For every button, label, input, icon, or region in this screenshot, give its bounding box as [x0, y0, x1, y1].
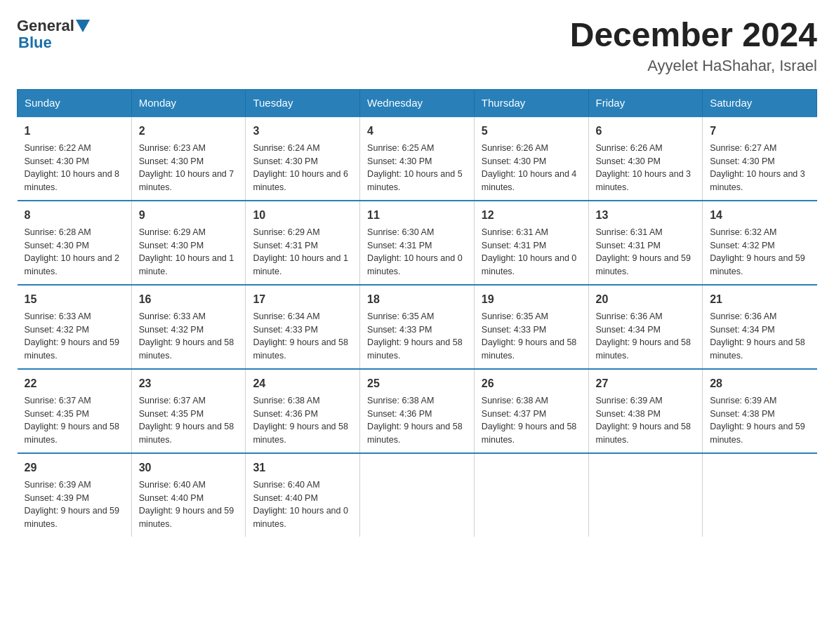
day-of-week-header: Friday	[588, 89, 703, 116]
day-number: 7	[710, 123, 809, 140]
sunset-text: Sunset: 4:33 PM	[482, 325, 546, 335]
sunset-text: Sunset: 4:34 PM	[596, 325, 661, 335]
sunrise-text: Sunrise: 6:36 AM	[596, 311, 663, 321]
daylight-text: Daylight: 9 hours and 59 minutes.	[25, 337, 120, 361]
sunset-text: Sunset: 4:40 PM	[139, 493, 204, 503]
calendar-cell: 6Sunrise: 6:26 AMSunset: 4:30 PMDaylight…	[588, 116, 703, 201]
day-of-week-header: Thursday	[474, 89, 588, 116]
daylight-text: Daylight: 9 hours and 58 minutes.	[482, 422, 577, 445]
sunset-text: Sunset: 4:30 PM	[25, 156, 89, 166]
sunset-text: Sunset: 4:30 PM	[482, 156, 546, 166]
calendar-cell: 29Sunrise: 6:39 AMSunset: 4:39 PMDayligh…	[18, 453, 132, 537]
day-number: 26	[482, 375, 581, 392]
calendar-cell	[474, 453, 588, 537]
calendar-cell: 4Sunrise: 6:25 AMSunset: 4:30 PMDaylight…	[360, 116, 475, 201]
day-number: 18	[367, 291, 467, 308]
daylight-text: Daylight: 9 hours and 59 minutes.	[139, 506, 234, 529]
sunrise-text: Sunrise: 6:35 AM	[367, 311, 434, 321]
day-number: 31	[253, 459, 352, 476]
daylight-text: Daylight: 10 hours and 2 minutes.	[25, 253, 120, 276]
sunrise-text: Sunrise: 6:37 AM	[139, 396, 206, 405]
sunrise-text: Sunrise: 6:29 AM	[253, 227, 319, 237]
daylight-text: Daylight: 10 hours and 3 minutes.	[710, 169, 805, 192]
calendar-cell: 10Sunrise: 6:29 AMSunset: 4:31 PMDayligh…	[246, 201, 360, 285]
calendar-cell: 25Sunrise: 6:38 AMSunset: 4:36 PMDayligh…	[360, 369, 475, 453]
sunrise-text: Sunrise: 6:39 AM	[596, 396, 663, 405]
sunrise-text: Sunrise: 6:31 AM	[596, 227, 663, 237]
day-number: 28	[710, 375, 809, 392]
day-number: 22	[25, 375, 124, 392]
sunrise-text: Sunrise: 6:31 AM	[482, 227, 548, 237]
day-of-week-header: Saturday	[703, 89, 817, 116]
sunset-text: Sunset: 4:30 PM	[253, 156, 317, 166]
sunset-text: Sunset: 4:40 PM	[253, 493, 317, 503]
sunset-text: Sunset: 4:30 PM	[367, 156, 432, 166]
calendar-cell	[703, 453, 817, 537]
daylight-text: Daylight: 9 hours and 58 minutes.	[253, 337, 348, 361]
sunset-text: Sunset: 4:35 PM	[139, 409, 204, 419]
day-number: 29	[25, 459, 124, 476]
calendar-cell: 22Sunrise: 6:37 AMSunset: 4:35 PMDayligh…	[18, 369, 132, 453]
sunset-text: Sunset: 4:32 PM	[25, 325, 89, 335]
sunset-text: Sunset: 4:36 PM	[253, 409, 317, 419]
sunrise-text: Sunrise: 6:35 AM	[482, 311, 548, 321]
sunset-text: Sunset: 4:38 PM	[710, 409, 774, 419]
day-number: 9	[139, 207, 239, 224]
sunset-text: Sunset: 4:31 PM	[596, 241, 661, 250]
calendar-header-row: SundayMondayTuesdayWednesdayThursdayFrid…	[18, 89, 817, 116]
day-of-week-header: Tuesday	[246, 89, 360, 116]
sunset-text: Sunset: 4:33 PM	[367, 325, 432, 335]
sunrise-text: Sunrise: 6:30 AM	[367, 227, 434, 237]
logo: General Blue	[17, 17, 91, 52]
daylight-text: Daylight: 9 hours and 58 minutes.	[482, 337, 577, 361]
calendar-cell: 15Sunrise: 6:33 AMSunset: 4:32 PMDayligh…	[18, 285, 132, 369]
sunrise-text: Sunrise: 6:39 AM	[25, 480, 91, 490]
calendar-cell	[588, 453, 703, 537]
daylight-text: Daylight: 10 hours and 0 minutes.	[367, 253, 463, 276]
day-number: 24	[253, 375, 352, 392]
calendar-week-row: 8Sunrise: 6:28 AMSunset: 4:30 PMDaylight…	[18, 201, 817, 285]
sunrise-text: Sunrise: 6:39 AM	[710, 396, 776, 405]
sunrise-text: Sunrise: 6:32 AM	[710, 227, 776, 237]
calendar-cell: 23Sunrise: 6:37 AMSunset: 4:35 PMDayligh…	[131, 369, 246, 453]
day-number: 16	[139, 291, 239, 308]
calendar-cell: 16Sunrise: 6:33 AMSunset: 4:32 PMDayligh…	[131, 285, 246, 369]
sunset-text: Sunset: 4:39 PM	[25, 493, 89, 503]
sunrise-text: Sunrise: 6:40 AM	[253, 480, 319, 490]
calendar-cell: 1Sunrise: 6:22 AMSunset: 4:30 PMDaylight…	[18, 116, 132, 201]
sunset-text: Sunset: 4:31 PM	[253, 241, 317, 250]
calendar-cell: 19Sunrise: 6:35 AMSunset: 4:33 PMDayligh…	[474, 285, 588, 369]
day-of-week-header: Sunday	[18, 89, 132, 116]
daylight-text: Daylight: 10 hours and 5 minutes.	[367, 169, 463, 192]
daylight-text: Daylight: 10 hours and 0 minutes.	[482, 253, 577, 276]
day-of-week-header: Wednesday	[360, 89, 475, 116]
daylight-text: Daylight: 10 hours and 0 minutes.	[253, 506, 348, 529]
calendar-cell: 30Sunrise: 6:40 AMSunset: 4:40 PMDayligh…	[131, 453, 246, 537]
day-number: 13	[596, 207, 696, 224]
day-number: 25	[367, 375, 467, 392]
day-number: 20	[596, 291, 696, 308]
sunset-text: Sunset: 4:30 PM	[25, 241, 89, 250]
page-header: General Blue December 2024 Ayyelet HaSha…	[17, 17, 817, 75]
day-number: 6	[596, 123, 696, 140]
daylight-text: Daylight: 9 hours and 58 minutes.	[710, 337, 805, 361]
sunrise-text: Sunrise: 6:23 AM	[139, 143, 206, 153]
sunset-text: Sunset: 4:36 PM	[367, 409, 432, 419]
calendar-cell: 27Sunrise: 6:39 AMSunset: 4:38 PMDayligh…	[588, 369, 703, 453]
calendar-cell: 8Sunrise: 6:28 AMSunset: 4:30 PMDaylight…	[18, 201, 132, 285]
day-number: 1	[25, 123, 124, 140]
calendar-cell	[360, 453, 475, 537]
sunset-text: Sunset: 4:30 PM	[596, 156, 661, 166]
calendar-cell: 18Sunrise: 6:35 AMSunset: 4:33 PMDayligh…	[360, 285, 475, 369]
daylight-text: Daylight: 10 hours and 3 minutes.	[596, 169, 691, 192]
daylight-text: Daylight: 9 hours and 59 minutes.	[710, 422, 805, 445]
day-number: 11	[367, 207, 467, 224]
sunrise-text: Sunrise: 6:25 AM	[367, 143, 434, 153]
sunrise-text: Sunrise: 6:37 AM	[25, 396, 91, 405]
sunrise-text: Sunrise: 6:36 AM	[710, 311, 776, 321]
daylight-text: Daylight: 9 hours and 58 minutes.	[596, 422, 691, 445]
sunrise-text: Sunrise: 6:29 AM	[139, 227, 206, 237]
day-number: 19	[482, 291, 581, 308]
day-number: 8	[25, 207, 124, 224]
daylight-text: Daylight: 10 hours and 7 minutes.	[139, 169, 234, 192]
